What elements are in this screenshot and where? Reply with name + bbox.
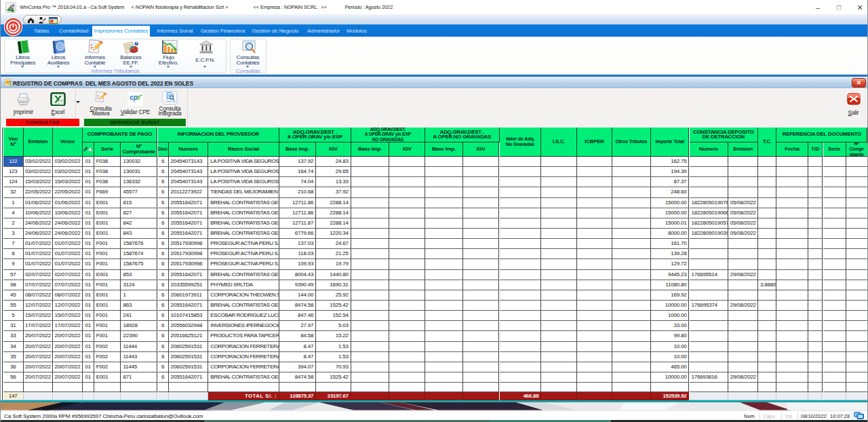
grid-cell[interactable] bbox=[541, 352, 577, 362]
grid-cell[interactable]: 6 bbox=[158, 187, 169, 197]
grid-cell[interactable]: 12711.86 bbox=[279, 198, 316, 208]
grid-cell[interactable] bbox=[690, 311, 729, 321]
grid-header-sort[interactable] bbox=[83, 142, 94, 157]
grid-cell[interactable]: 05/08/2022 bbox=[728, 218, 758, 229]
grid-cell[interactable] bbox=[728, 383, 758, 392]
grid-cell[interactable] bbox=[425, 218, 463, 229]
grid-cell[interactable] bbox=[808, 290, 823, 301]
grid-cell[interactable]: 99.80 bbox=[651, 331, 690, 341]
grid-cell[interactable]: PROSEGUR ACTIVA PERU S.A bbox=[208, 249, 279, 259]
grid-cell[interactable] bbox=[425, 290, 463, 301]
grid-cell[interactable]: 10.00 bbox=[651, 352, 690, 362]
grid-cell[interactable] bbox=[425, 280, 463, 290]
grid-cell[interactable] bbox=[463, 239, 500, 249]
grid-cell[interactable]: E001 bbox=[94, 208, 121, 218]
grid-cell[interactable] bbox=[823, 270, 846, 280]
grid-cell[interactable] bbox=[823, 229, 846, 239]
grid-cell[interactable]: 12711.86 bbox=[279, 208, 316, 218]
grid-cell[interactable] bbox=[389, 177, 425, 187]
grid-cell[interactable] bbox=[758, 270, 776, 280]
grid-cell[interactable]: F001 bbox=[94, 321, 121, 331]
grid-cell[interactable] bbox=[425, 383, 463, 392]
grid-cell[interactable] bbox=[823, 290, 846, 301]
grid-cell[interactable]: 20551642071 bbox=[169, 198, 209, 208]
grid-cell[interactable]: CORPORACION FERRETERA bbox=[208, 342, 279, 352]
grid-cell[interactable]: 20551642071 bbox=[169, 218, 209, 229]
grid-cell[interactable] bbox=[728, 321, 758, 331]
grid-cell[interactable]: 11443 bbox=[121, 352, 157, 362]
grid-cell[interactable]: 6 bbox=[158, 372, 169, 383]
grid-cell[interactable]: 25.92 bbox=[316, 290, 351, 301]
grid-cell[interactable] bbox=[389, 311, 425, 321]
grid-cell[interactable] bbox=[808, 177, 823, 187]
grid-cell[interactable]: BREHAL CONTRATISTAS GEN bbox=[208, 229, 279, 239]
grid-cell[interactable] bbox=[169, 383, 209, 392]
grid-cell[interactable] bbox=[776, 331, 808, 341]
grid-cell[interactable] bbox=[776, 383, 808, 392]
grid-cell[interactable]: 394.07 bbox=[279, 362, 316, 372]
grid-cell[interactable] bbox=[500, 249, 542, 259]
grid-cell[interactable]: 15000.00 bbox=[651, 198, 690, 208]
grid-cell[interactable]: 1587676 bbox=[121, 239, 157, 249]
grid-cell[interactable]: 57 bbox=[3, 270, 24, 280]
grid-cell[interactable] bbox=[351, 249, 390, 259]
grid-cell[interactable] bbox=[690, 157, 729, 167]
grid-cell[interactable] bbox=[541, 239, 577, 249]
grid-cell[interactable] bbox=[612, 229, 651, 239]
grid-cell[interactable] bbox=[577, 198, 612, 208]
grid-cell[interactable]: 01 bbox=[83, 249, 94, 259]
grid-cell[interactable] bbox=[728, 187, 758, 197]
grid-cell[interactable] bbox=[728, 342, 758, 352]
grid-cell[interactable]: 08/07/2022 bbox=[24, 290, 54, 301]
minimize-button[interactable]: – bbox=[808, 2, 828, 13]
grid-cell[interactable]: 01 bbox=[83, 218, 94, 229]
grid-cell[interactable] bbox=[577, 321, 612, 331]
grid-cell[interactable]: 20516625121 bbox=[169, 331, 209, 341]
grid-cell[interactable] bbox=[728, 177, 758, 187]
grid-cell[interactable] bbox=[846, 157, 868, 167]
grid-cell[interactable]: 11080.80 bbox=[651, 280, 690, 290]
grid-cell[interactable] bbox=[823, 218, 846, 229]
grid-cell[interactable] bbox=[612, 301, 651, 311]
grid-cell[interactable] bbox=[541, 331, 577, 341]
grid-cell[interactable] bbox=[425, 270, 463, 280]
grid-cell[interactable] bbox=[808, 280, 823, 290]
grid-cell[interactable] bbox=[541, 342, 577, 352]
grid-cell[interactable] bbox=[808, 301, 823, 311]
grid-cell[interactable] bbox=[279, 383, 316, 392]
grid-cell[interactable]: 1690.31 bbox=[316, 280, 351, 290]
grid-cell[interactable] bbox=[690, 362, 729, 372]
grid-cell[interactable] bbox=[463, 229, 500, 239]
grid-cell[interactable] bbox=[425, 352, 463, 362]
grid-cell[interactable]: 20335599251 bbox=[169, 280, 209, 290]
grid-cell[interactable] bbox=[425, 177, 463, 187]
grid-cell[interactable] bbox=[808, 167, 823, 177]
grid-cell[interactable] bbox=[500, 321, 542, 331]
grid-cell[interactable]: 01 bbox=[83, 270, 94, 280]
grid-cell[interactable]: 5 bbox=[3, 311, 24, 321]
grid-cell[interactable] bbox=[463, 167, 500, 177]
menu-item-administrador[interactable]: Administrador bbox=[307, 24, 340, 37]
grid-cell[interactable] bbox=[612, 352, 651, 362]
grid-cell[interactable] bbox=[846, 198, 868, 208]
grid-cell[interactable]: 02/07/2022 bbox=[24, 270, 54, 280]
grid-cell[interactable]: 55 bbox=[3, 301, 24, 311]
grid-cell[interactable]: 6 bbox=[158, 229, 169, 239]
grid-cell[interactable] bbox=[541, 372, 577, 383]
grid-cell[interactable] bbox=[846, 301, 868, 311]
grid-cell[interactable]: 4 bbox=[3, 208, 24, 218]
grid-cell[interactable] bbox=[389, 383, 425, 392]
grid-cell[interactable]: 29/08/2022 bbox=[728, 372, 758, 383]
grid-cell[interactable] bbox=[758, 383, 776, 392]
grid-cell[interactable]: 137.92 bbox=[279, 157, 316, 167]
grid-cell[interactable] bbox=[758, 198, 776, 208]
grid-cell[interactable]: BREHAL CONTRATISTAS GEN bbox=[208, 372, 279, 383]
grid-cell[interactable] bbox=[500, 342, 542, 352]
grid-cell[interactable]: 01 bbox=[83, 280, 94, 290]
grid-cell[interactable] bbox=[541, 311, 577, 321]
grid-cell[interactable] bbox=[728, 249, 758, 259]
grid-cell[interactable] bbox=[463, 187, 500, 197]
grid-cell[interactable] bbox=[500, 218, 542, 229]
grid-cell[interactable] bbox=[425, 187, 463, 197]
grid-cell[interactable]: 144.00 bbox=[279, 290, 316, 301]
